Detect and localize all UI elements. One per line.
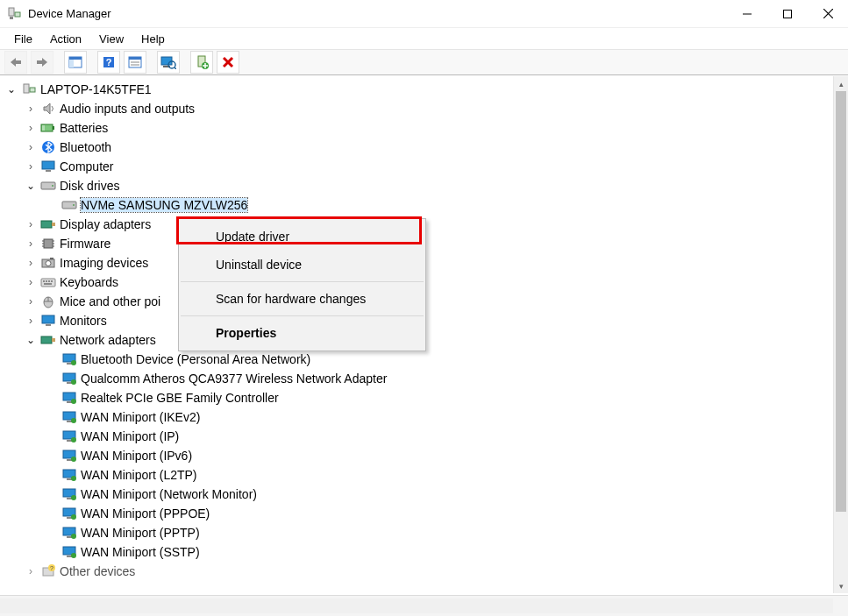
svg-point-74 bbox=[71, 418, 76, 423]
chevron-right-icon[interactable]: › bbox=[25, 315, 37, 327]
scroll-up-icon[interactable]: ▴ bbox=[834, 76, 848, 91]
show-hide-console-tree-button[interactable] bbox=[64, 51, 87, 74]
node-label: WAN Miniport (IKEv2) bbox=[81, 410, 200, 424]
tree-item-wan-monitor[interactable]: › WAN Miniport (Network Monitor) bbox=[0, 485, 833, 504]
node-label: Firmware bbox=[60, 237, 110, 251]
svg-rect-53 bbox=[48, 280, 50, 282]
menu-file[interactable]: File bbox=[5, 31, 41, 47]
node-label: WAN Miniport (PPPOE) bbox=[81, 506, 210, 520]
disk-icon bbox=[61, 197, 77, 213]
tree-item-nvme-samsung[interactable]: › NVMe SAMSUNG MZVLW256 bbox=[0, 195, 833, 215]
node-label: WAN Miniport (PPTP) bbox=[81, 526, 200, 540]
node-label: Network adapters bbox=[60, 333, 156, 347]
chevron-right-icon[interactable]: › bbox=[25, 141, 37, 153]
node-label: LAPTOP-14K5TFE1 bbox=[40, 82, 152, 96]
bluetooth-icon bbox=[40, 139, 56, 155]
svg-rect-27 bbox=[30, 88, 35, 92]
tree-item-bt-pan[interactable]: › Bluetooth Device (Personal Area Networ… bbox=[0, 350, 833, 369]
network-icon bbox=[61, 486, 77, 502]
uninstall-device-button[interactable] bbox=[217, 51, 239, 74]
chevron-right-icon[interactable]: › bbox=[25, 103, 37, 115]
context-menu-scan[interactable]: Scan for hardware changes bbox=[179, 285, 425, 313]
node-label: WAN Miniport (SSTP) bbox=[81, 545, 200, 559]
svg-point-86 bbox=[71, 495, 76, 500]
chevron-right-icon[interactable]: › bbox=[25, 257, 37, 269]
context-menu-update-driver[interactable]: Update driver bbox=[179, 223, 425, 251]
help-button[interactable]: ? bbox=[97, 51, 120, 74]
svg-rect-50 bbox=[41, 279, 55, 287]
chevron-down-icon[interactable]: ⌄ bbox=[5, 83, 18, 96]
chevron-right-icon[interactable]: › bbox=[25, 295, 37, 308]
scrollbar-thumb[interactable] bbox=[836, 91, 846, 512]
tree-item-wan-ip[interactable]: › WAN Miniport (IP) bbox=[0, 427, 833, 446]
svg-point-65 bbox=[71, 360, 76, 365]
svg-rect-30 bbox=[42, 125, 45, 131]
horizontal-scrollbar[interactable] bbox=[0, 598, 833, 613]
chevron-down-icon[interactable]: ⌄ bbox=[25, 180, 37, 192]
context-menu-properties[interactable]: Properties bbox=[179, 319, 425, 347]
menu-action[interactable]: Action bbox=[41, 31, 90, 47]
properties-button[interactable] bbox=[124, 51, 146, 74]
chevron-right-icon[interactable]: › bbox=[25, 122, 37, 134]
tree-item-wan-pppoe[interactable]: › WAN Miniport (PPPOE) bbox=[0, 504, 833, 523]
menu-help[interactable]: Help bbox=[132, 31, 174, 47]
svg-rect-62 bbox=[52, 338, 55, 342]
tree-item-qca9377[interactable]: › Qualcomm Atheros QCA9377 Wireless Netw… bbox=[0, 369, 833, 388]
node-label: Audio inputs and outputs bbox=[60, 102, 195, 116]
node-label: Qualcomm Atheros QCA9377 Wireless Networ… bbox=[81, 372, 387, 386]
back-button[interactable] bbox=[4, 51, 27, 74]
chevron-right-icon[interactable]: › bbox=[25, 160, 37, 173]
network-icon bbox=[61, 428, 77, 444]
tree-item-wan-ikev2[interactable]: › WAN Miniport (IKEv2) bbox=[0, 407, 833, 427]
svg-point-80 bbox=[71, 457, 76, 462]
close-button[interactable] bbox=[808, 0, 848, 28]
node-label: WAN Miniport (IPv6) bbox=[81, 449, 192, 463]
svg-point-37 bbox=[73, 204, 75, 206]
tree-item-wan-l2tp[interactable]: › WAN Miniport (L2TP) bbox=[0, 465, 833, 485]
tree-item-audio[interactable]: › Audio inputs and outputs bbox=[0, 99, 833, 118]
tree-item-other-devices[interactable]: › ? Other devices bbox=[0, 562, 833, 581]
chevron-down-icon[interactable]: ⌄ bbox=[25, 334, 37, 346]
chevron-right-icon[interactable]: › bbox=[25, 276, 37, 288]
forward-button[interactable] bbox=[31, 51, 53, 74]
other-devices-icon: ? bbox=[40, 563, 56, 579]
svg-rect-38 bbox=[41, 221, 52, 228]
tree-item-wan-sstp[interactable]: › WAN Miniport (SSTP) bbox=[0, 542, 833, 562]
scroll-down-icon[interactable]: ▾ bbox=[834, 578, 848, 593]
maximize-button[interactable] bbox=[767, 0, 808, 28]
svg-rect-15 bbox=[129, 57, 141, 60]
chevron-right-icon[interactable]: › bbox=[25, 237, 37, 250]
tree-item-realtek-gbe[interactable]: › Realtek PCIe GBE Family Controller bbox=[0, 388, 833, 407]
tree-item-batteries[interactable]: › Batteries bbox=[0, 118, 833, 138]
svg-rect-54 bbox=[51, 280, 53, 282]
svg-rect-40 bbox=[44, 239, 53, 248]
chevron-right-icon[interactable]: › bbox=[25, 565, 37, 577]
tree-root[interactable]: ⌄ LAPTOP-14K5TFE1 bbox=[0, 80, 833, 99]
chevron-right-icon[interactable]: › bbox=[25, 218, 37, 230]
node-label: WAN Miniport (L2TP) bbox=[81, 468, 197, 482]
context-menu-uninstall[interactable]: Uninstall device bbox=[179, 251, 425, 279]
minimize-button[interactable] bbox=[727, 0, 767, 28]
svg-rect-1 bbox=[10, 17, 13, 19]
node-label: Batteries bbox=[60, 121, 108, 135]
tree-item-computer[interactable]: › Computer bbox=[0, 157, 833, 176]
svg-rect-7 bbox=[16, 60, 21, 64]
node-label: Realtek PCIe GBE Family Controller bbox=[81, 391, 279, 405]
node-label: Mice and other poi bbox=[60, 294, 160, 308]
tree-item-disk-drives[interactable]: ⌄ Disk drives bbox=[0, 176, 833, 195]
vertical-scrollbar[interactable]: ▴ ▾ bbox=[833, 76, 848, 593]
svg-rect-61 bbox=[41, 336, 52, 343]
svg-rect-51 bbox=[43, 280, 45, 282]
tree-item-wan-ipv6[interactable]: › WAN Miniport (IPv6) bbox=[0, 446, 833, 465]
svg-rect-60 bbox=[46, 324, 51, 326]
scan-hardware-button[interactable] bbox=[157, 51, 180, 74]
node-label: Disk drives bbox=[60, 179, 119, 193]
tree-item-bluetooth[interactable]: › Bluetooth bbox=[0, 138, 833, 157]
svg-point-71 bbox=[71, 399, 76, 404]
tree-item-wan-pptp[interactable]: › WAN Miniport (PPTP) bbox=[0, 523, 833, 542]
update-driver-button[interactable] bbox=[190, 51, 213, 74]
svg-point-77 bbox=[71, 437, 76, 443]
node-label: Computer bbox=[60, 159, 113, 173]
menu-view[interactable]: View bbox=[90, 31, 132, 47]
node-label: Imaging devices bbox=[60, 256, 148, 270]
